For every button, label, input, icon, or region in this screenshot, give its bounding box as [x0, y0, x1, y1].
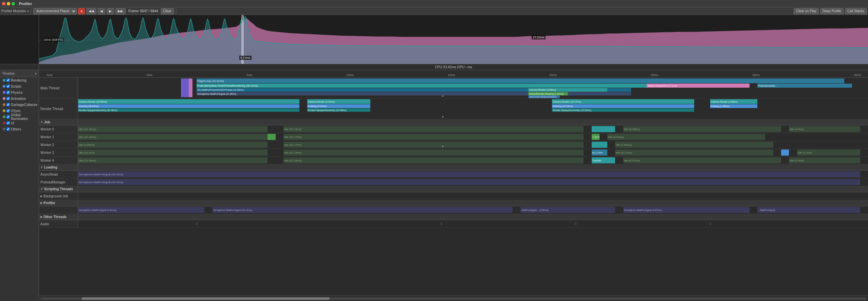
audio-tick-4 [710, 223, 710, 225]
worker0-idle-4: Idle (3.5ms) [789, 126, 860, 132]
worker3-task-1[interactable]: Ile (1.00m [592, 149, 608, 156]
sidebar-item-rendering[interactable]: Rendering [0, 77, 39, 83]
sidebar-item-gi[interactable]: Global Illumination [0, 114, 39, 120]
other-threads-text: Other Threads [43, 215, 67, 219]
animation-checkbox[interactable] [6, 97, 10, 100]
camera-render-main-block[interactable]: Camera.Render (3.95ms) [528, 88, 607, 92]
record-button[interactable]: ● [78, 8, 85, 14]
worker4-content[interactable]: Idle (10.30ms) Idle (22.16ms) TrackMe Id… [78, 157, 868, 164]
vsync-checkbox[interactable] [6, 109, 10, 112]
background-job-content[interactable] [78, 192, 868, 200]
sidebar-item-others[interactable]: Others [0, 126, 39, 132]
worker2-dropdown[interactable]: ▼ [441, 145, 444, 148]
rt-drawing-2[interactable]: Drawing (9.42ms) [307, 104, 370, 108]
rt-opaque-2[interactable]: Render.OpaqueGeometry (24.90ms) [307, 108, 370, 112]
profiler-row-content[interactable]: Semaphore.WaitForSignal (6.82ms) Semapho… [78, 206, 868, 214]
step-prev-button[interactable]: ◀ [98, 8, 105, 14]
rt-drawing-3[interactable]: Drawing (10.28ms) [552, 104, 694, 108]
rt-drawing-1[interactable]: Drawing (28.84ms) [78, 104, 299, 108]
minimize-window-btn[interactable] [7, 2, 10, 5]
maximize-window-btn[interactable] [12, 2, 15, 5]
rt-drawing-4[interactable]: Drawing (2.88ms) [710, 104, 758, 108]
sidebar-dropdown-icon[interactable]: ▾ [35, 72, 37, 75]
audio-content[interactable] [78, 220, 868, 228]
close-window-btn[interactable] [2, 2, 5, 5]
gi-checkbox[interactable] [6, 115, 10, 119]
sidebar-item-ui[interactable]: UI [0, 120, 39, 126]
rt-camera-render-2[interactable]: Camera.Render (4.42ms) [307, 99, 370, 104]
clear-on-play-button[interactable]: Clear on Play [794, 8, 819, 14]
main-thread-content[interactable]: PlayerLoop (33.41ms) PostLateUpdate.Fini… [78, 78, 868, 98]
worker2-row: Worker 2 Idle (9.80ms) Idle (22.17ms) Id… [39, 141, 868, 149]
physics-checkbox[interactable] [6, 91, 10, 94]
rt-opaque-1[interactable]: Render.OpaqueGeometry (28.78ms) [78, 108, 299, 112]
horizontal-scrollbar[interactable] [39, 296, 868, 301]
worker3-label: Worker 3 [39, 149, 78, 156]
sidebar-item-physics[interactable]: Physics [0, 89, 39, 95]
worker2-content[interactable]: Idle (9.80ms) Idle (22.17ms) Idle (7.64m… [78, 141, 868, 148]
post-late-update-block[interactable]: PostLateUpdate.FinishFrameRendering (26.… [197, 84, 670, 88]
rt-camera-render-3[interactable]: Camera.Render (10.27ms) [552, 99, 694, 104]
job-group-block[interactable]: JobGroupID.OpaqueGeometry [528, 95, 560, 98]
rt-opaque-3[interactable]: Render.OpaqueGeometry (10.20ms) [552, 108, 694, 112]
ruler-label-0: 0ms [147, 73, 152, 77]
ui-checkbox[interactable] [6, 121, 10, 125]
profiler-section-label[interactable]: ▶ Profiler [39, 200, 78, 206]
window-controls[interactable] [2, 2, 15, 5]
playerloop-block[interactable]: PlayerLoop (33.41ms) [197, 78, 844, 83]
worker4-task-1[interactable]: TrackMe [592, 157, 615, 163]
worker3-task-2[interactable] [781, 149, 789, 156]
sidebar-item-animation[interactable]: Animation [0, 95, 39, 102]
worker1-task-2[interactable]: ≈ (0.82m [592, 134, 599, 140]
step-next-button[interactable]: ▶ [107, 8, 114, 14]
modules-dropdown-arrow[interactable]: ▾ [27, 10, 29, 13]
rendering-checkbox[interactable] [6, 78, 10, 82]
main-thread-dropdown[interactable]: ▼ [441, 95, 444, 98]
profiler-row-label [39, 206, 78, 214]
scripting-section-label[interactable]: ▼ Scripting Threads [39, 186, 78, 192]
wait-target-fps-block[interactable]: WaitForTargetFPS (5.71ms) [647, 84, 750, 88]
player-dropdown[interactable]: Autoconnected Player [33, 8, 77, 14]
sidebar-item-scripts[interactable]: Scripts [0, 83, 39, 89]
step-forward-button[interactable]: ▶▶ [115, 8, 126, 14]
profiler-rows[interactable]: Main Thread PlayerLoop (33.41ms) PostLat… [39, 78, 868, 296]
worker2-text: Worker 2 [40, 143, 54, 147]
rt-camera-render-4[interactable]: Camera.Render (2.86ms) [710, 99, 758, 104]
others-checkbox[interactable] [6, 127, 10, 131]
worker1-content[interactable]: Idle (10.43ms) Idle (22.17ms) ≈ (0.82m I… [78, 133, 868, 141]
background-job-label[interactable]: ▶ Background Job [39, 192, 78, 200]
render-thread-dropdown[interactable]: ▼ [441, 116, 444, 119]
scripts-checkbox[interactable] [6, 85, 10, 88]
h-scrollbar-track[interactable] [40, 297, 867, 300]
sidebar-item-gc[interactable]: GarbageCollector [0, 102, 39, 108]
h-scrollbar-thumb[interactable] [82, 297, 330, 300]
loading-section-label[interactable]: ▼ Loading [39, 164, 78, 170]
preload-content[interactable]: Semaphore.WaitForSignal (33.42ms) [78, 178, 868, 186]
step-back-button[interactable]: ◀◀ [86, 8, 96, 14]
call-stacks-button[interactable]: Call Stacks [845, 8, 867, 14]
loading-section-header: ▼ Loading [39, 164, 868, 171]
rt-camera-render-1[interactable]: Camera.Render (28.85ms) [78, 99, 299, 104]
worker0-content[interactable]: Idle (10.18ms) Idle (22.12ms) Idle (8.18… [78, 125, 868, 133]
render-thread-content[interactable]: Camera.Render (28.85ms) Drawing (28.84ms… [78, 99, 868, 119]
worker0-row: Worker 0 Idle (10.18ms) Idle (22.12ms) I… [39, 125, 868, 133]
other-threads-label[interactable]: ▶ Other Threads [39, 214, 78, 220]
job-section-label[interactable]: ▼ Job [39, 119, 78, 125]
rendering-label: Rendering [11, 78, 26, 82]
postlate-right-block[interactable]: PostLateUpdate... [757, 84, 852, 88]
deep-profile-button[interactable]: Deep Profile [820, 8, 844, 14]
worker3-content[interactable]: Idle (10.1ms) Idle (22.13ms) Ile (1.00m … [78, 149, 868, 156]
worker0-task-1[interactable] [592, 126, 615, 132]
audio-tick-2 [441, 223, 442, 225]
gc-checkbox[interactable] [6, 103, 10, 106]
shared-render-block[interactable]: SharedRender.Drawing (1.97ms) [528, 92, 568, 95]
worker1-task-1[interactable] [267, 134, 275, 140]
background-job-text: Background Job [43, 194, 68, 198]
clear-button[interactable]: Clear [161, 8, 174, 14]
worker3-idle-4: Idle (3.1ms) [797, 149, 860, 156]
profile-chart[interactable]: 16ms (60FPS) 27.53ms 5.71ms [39, 15, 868, 64]
worker2-task-1[interactable] [592, 142, 608, 148]
worker4-idle-4: Idle (3.4ms) [789, 157, 860, 163]
asyncread-content[interactable]: Semaphore.WaitForSignal (33.42ms) [78, 171, 868, 178]
ruler-label-15: 15ms [448, 73, 455, 77]
